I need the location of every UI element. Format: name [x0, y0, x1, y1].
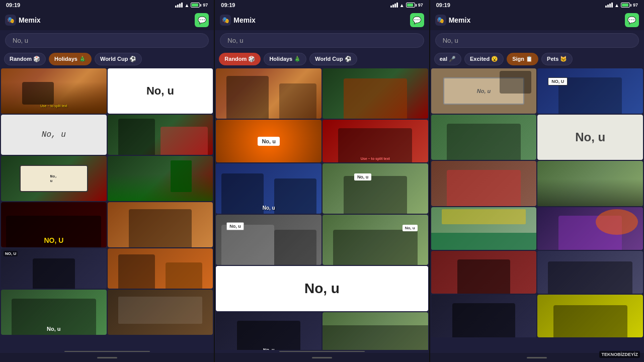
- meme-2-1[interactable]: [216, 68, 321, 119]
- message-button-3[interactable]: 💬: [625, 13, 639, 27]
- message-button-2[interactable]: 💬: [410, 13, 424, 27]
- tab-holidays-1[interactable]: Holidays 🎄: [49, 53, 92, 65]
- meme-2-11-text: Use ~ to split text: [323, 349, 428, 350]
- meme-3-12[interactable]: [537, 295, 643, 337]
- app-header-2: 🎭 Memix 💬: [215, 10, 429, 30]
- app-logo-1: 🎭 Memix: [5, 15, 41, 26]
- app-header-3: 🎭 Memix 💬: [430, 10, 644, 30]
- meme-3-5[interactable]: [431, 161, 537, 206]
- signal-bar-4: [181, 3, 183, 8]
- meme-1-2-text: No, u: [146, 84, 174, 98]
- signal-bar-2: [177, 5, 179, 8]
- meme-1-5[interactable]: No,u: [1, 156, 107, 201]
- memix-logo-icon-3: 🎭: [435, 15, 446, 26]
- search-bar-1[interactable]: No, u: [5, 33, 209, 48]
- category-tabs-1: Random 🎲 Holidays 🎄 World Cup ⚽: [0, 51, 214, 67]
- meme-3-2-text: NO, U: [548, 77, 568, 85]
- meme-2-4-text: Use ~ to split text: [323, 157, 428, 160]
- brand-watermark: TEKNOBİZDEYİZ: [599, 351, 640, 358]
- meme-1-1-text: Use ~ to split text: [1, 104, 107, 108]
- status-bar-2: 09:19 ▲ 97: [215, 0, 429, 10]
- meme-1-7-text: NO, U: [1, 236, 107, 244]
- status-bar-3: 09:19 ▲ 97: [430, 0, 644, 10]
- app-name-3: Memix: [449, 16, 471, 24]
- meme-3-10[interactable]: [537, 251, 643, 294]
- meme-2-6[interactable]: No, u: [323, 163, 428, 214]
- search-bar-3[interactable]: No, u: [435, 33, 639, 48]
- meme-1-7[interactable]: NO, U: [1, 202, 107, 247]
- home-indicator-1: [97, 357, 117, 358]
- search-bar-2[interactable]: No, u: [220, 33, 424, 48]
- bottom-indicator-1: [0, 353, 214, 362]
- meme-1-8[interactable]: [108, 202, 213, 247]
- status-bar-1: 09:19 ▲ 97: [0, 0, 214, 10]
- status-icons-3: ▲ 97: [605, 3, 638, 8]
- category-tabs-3: eal 🎤 Excited 😮 Sign 📋 Pets 🐱: [430, 51, 644, 67]
- meme-3-3[interactable]: [431, 115, 537, 160]
- meme-1-3-text: No, u: [42, 130, 66, 139]
- app-name-1: Memix: [19, 16, 41, 24]
- meme-1-12[interactable]: [108, 290, 213, 335]
- meme-2-10[interactable]: No, u: [216, 312, 321, 350]
- meme-3-6[interactable]: [537, 161, 643, 206]
- meme-2-11[interactable]: Use ~ to split text: [323, 312, 428, 350]
- meme-2-5-text: No, u: [216, 205, 321, 211]
- tab-deal-3[interactable]: eal 🎤: [434, 53, 461, 65]
- app-logo-3: 🎭 Memix: [435, 15, 471, 26]
- meme-1-3[interactable]: No, u: [1, 115, 107, 155]
- memix-logo-icon-2: 🎭: [220, 15, 231, 26]
- meme-3-7[interactable]: [431, 207, 537, 250]
- meme-2-4[interactable]: Use ~ to split text: [323, 120, 428, 162]
- meme-1-9[interactable]: NO, U: [1, 248, 107, 289]
- meme-3-2[interactable]: NO, U: [537, 68, 643, 114]
- tab-random-1[interactable]: Random 🎲: [4, 53, 46, 65]
- meme-1-1[interactable]: Use ~ to split text: [1, 68, 107, 114]
- wifi-icon-3: ▲: [614, 3, 619, 8]
- tab-holidays-2[interactable]: Holidays 🎄: [264, 53, 306, 65]
- app-name-2: Memix: [233, 16, 256, 24]
- meme-3-9[interactable]: [431, 251, 537, 294]
- meme-3-11[interactable]: [431, 295, 537, 337]
- meme-3-4[interactable]: No, u: [537, 115, 643, 160]
- battery-2: [406, 3, 417, 8]
- meme-3-1-text: No, u: [477, 88, 491, 94]
- tab-worldcup-1[interactable]: World Cup ⚽: [95, 53, 142, 65]
- scroll-hint-2: [279, 351, 365, 352]
- tab-excited-3[interactable]: Excited 😮: [464, 53, 504, 65]
- status-icons-2: ▲ 97: [390, 3, 423, 8]
- battery-pct-1: 97: [203, 3, 208, 8]
- meme-2-10-text: No, u: [216, 347, 321, 350]
- meme-1-10[interactable]: [108, 248, 213, 289]
- meme-1-11-text: No, u: [1, 326, 107, 332]
- meme-1-4[interactable]: [108, 115, 213, 155]
- meme-2-7[interactable]: No, u: [216, 215, 321, 265]
- meme-3-4-text: No, u: [575, 130, 605, 144]
- app-logo-2: 🎭 Memix: [220, 15, 256, 26]
- meme-3-1[interactable]: No, u: [431, 68, 537, 114]
- meme-1-11[interactable]: No, u: [1, 290, 107, 335]
- tab-sign-3[interactable]: Sign 📋: [507, 53, 538, 65]
- tab-random-2[interactable]: Random 🎲: [219, 53, 261, 65]
- meme-1-6[interactable]: [108, 156, 213, 201]
- meme-2-3[interactable]: No, u: [216, 120, 321, 162]
- meme-2-2[interactable]: [323, 68, 428, 119]
- wifi-icon-2: ▲: [399, 3, 405, 8]
- message-button-1[interactable]: 💬: [195, 13, 209, 27]
- meme-grid-3: No, u NO, U No, u: [430, 67, 644, 353]
- meme-2-8[interactable]: No, u: [323, 215, 428, 265]
- signal-bars-1: [175, 3, 183, 8]
- tab-pets-3[interactable]: Pets 🐱: [541, 53, 573, 65]
- meme-grid-1: Use ~ to split text No, u No, u: [0, 67, 214, 350]
- status-time-3: 09:19: [436, 2, 450, 8]
- home-indicator-3: [527, 357, 547, 358]
- meme-2-9-text: No, u: [304, 281, 340, 297]
- meme-2-9[interactable]: No, u: [216, 266, 428, 311]
- wifi-icon-1: ▲: [184, 3, 189, 8]
- tab-worldcup-2[interactable]: World Cup ⚽: [309, 53, 357, 65]
- phone-2: 09:19 ▲ 97 🎭 Memix �: [215, 0, 430, 362]
- battery-pct-2: 97: [418, 3, 423, 8]
- meme-1-2[interactable]: No, u: [108, 68, 213, 114]
- app-header-1: 🎭 Memix 💬: [0, 10, 214, 30]
- meme-3-8[interactable]: [537, 207, 643, 250]
- meme-2-5[interactable]: No, u: [216, 163, 321, 214]
